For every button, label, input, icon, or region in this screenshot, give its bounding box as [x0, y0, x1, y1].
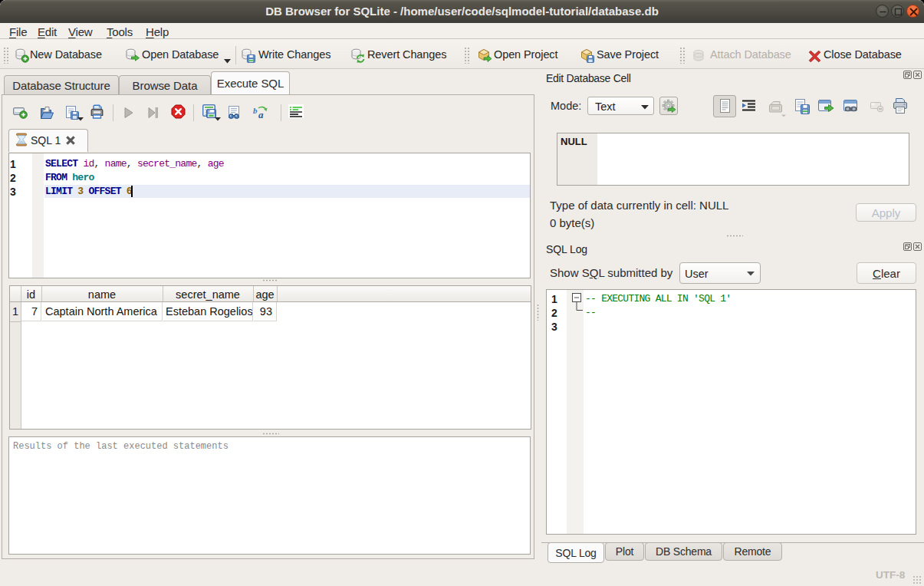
svg-text:a: a — [258, 109, 264, 120]
svg-text:b: b — [253, 106, 258, 115]
